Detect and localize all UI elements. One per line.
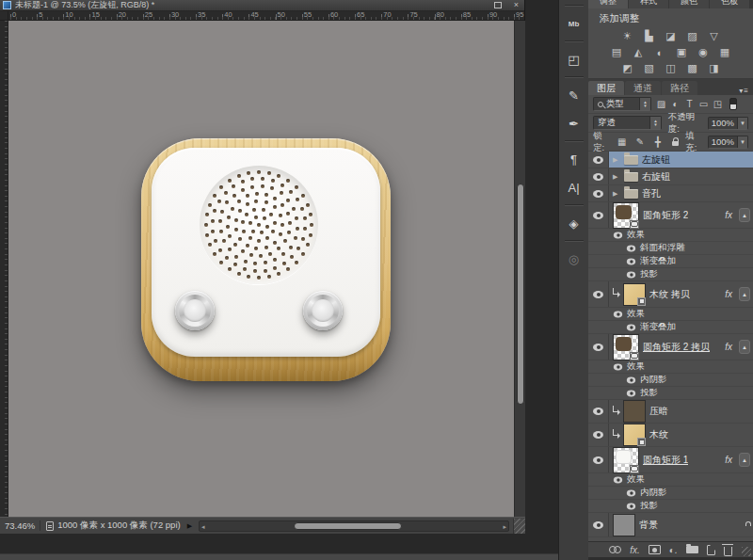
scroll-right-arrow[interactable]: ▸ [503, 522, 506, 531]
eye-icon[interactable] [593, 173, 603, 181]
fx-label[interactable]: fx [725, 455, 732, 465]
layer-thumbnail[interactable] [623, 400, 646, 423]
lock-pixels-icon[interactable]: ✎ [633, 136, 647, 149]
eye-icon[interactable] [593, 344, 603, 351]
vertical-scrollbar-thumb[interactable] [517, 184, 524, 405]
character-panel-icon[interactable]: A| [562, 175, 586, 200]
eye-icon[interactable] [593, 190, 603, 198]
fx-label[interactable]: fx [725, 289, 732, 299]
expand-arrow-icon[interactable]: ▶ [613, 173, 620, 181]
eye-icon[interactable] [593, 521, 603, 529]
horizontal-scrollbar-thumb[interactable] [294, 522, 402, 530]
expand-arrow-icon[interactable]: ▶ [613, 190, 620, 198]
filter-shape-icon[interactable]: ▭ [697, 98, 711, 111]
posterize-icon[interactable]: ▧ [641, 61, 657, 75]
close-button[interactable]: × [511, 1, 521, 9]
lock-position-icon[interactable]: ╋ [650, 136, 665, 149]
visibility-cell[interactable] [588, 424, 609, 446]
eye-icon[interactable] [593, 156, 603, 164]
effect-row[interactable]: 投影 [588, 268, 753, 281]
brush-presets-icon[interactable]: ✎ [562, 83, 586, 107]
eye-icon[interactable] [593, 431, 603, 439]
collapse-effects-icon[interactable]: ▲ [739, 287, 750, 301]
vertical-scrollbar[interactable] [514, 21, 525, 517]
layer-row[interactable]: ▶音孔 [588, 185, 753, 202]
visibility-cell[interactable] [588, 400, 609, 423]
layer-row[interactable]: 圆角矩形 1fx▲ [588, 447, 753, 473]
layer-row[interactable]: 圆角矩形 2 拷贝fx▲ [588, 334, 753, 360]
layer-row-main[interactable]: ▶左旋钮 [609, 152, 753, 168]
tab-4[interactable]: 色板 [710, 0, 749, 8]
effect-row[interactable]: 渐变叠加 [588, 255, 753, 268]
color-balance-icon[interactable]: ◭ [631, 45, 647, 59]
status-popup-arrow[interactable]: ▶ [187, 522, 192, 530]
black-white-icon[interactable]: ◐ [652, 45, 668, 59]
filter-adjustment-icon[interactable]: ◐ [668, 98, 682, 111]
effect-row[interactable]: 斜面和浮雕 [588, 242, 753, 255]
layer-row-main[interactable]: 背景 [609, 513, 753, 536]
canvas[interactable] [8, 21, 514, 517]
lock-transparency-icon[interactable]: ▦ [615, 136, 629, 149]
eye-icon[interactable] [627, 390, 635, 396]
zoom-level[interactable]: 73.46% [0, 520, 40, 531]
eye-icon[interactable] [593, 456, 603, 464]
layer-row-main[interactable]: ▶音孔 [609, 185, 753, 201]
effects-header-row[interactable]: 效果 [588, 308, 753, 321]
eye-icon[interactable] [614, 311, 622, 317]
expand-arrow-icon[interactable]: ▶ [613, 156, 620, 164]
3d-panel-icon[interactable]: ◈ [562, 211, 586, 235]
eye-icon[interactable] [627, 271, 635, 278]
levels-icon[interactable]: ▙ [641, 29, 657, 43]
layer-thumbnail[interactable] [613, 334, 639, 360]
curves-icon[interactable]: ◪ [663, 29, 679, 43]
tab-channels[interactable]: 通道 [625, 81, 661, 95]
eye-icon[interactable] [614, 232, 622, 238]
visibility-cell[interactable] [588, 152, 609, 168]
selective-color-icon[interactable]: ▩ [684, 61, 700, 75]
fill-dropdown[interactable]: 100% ▼ [708, 136, 748, 149]
layer-row[interactable]: 圆角矩形 2fx▲ [588, 202, 753, 229]
layer-style-icon[interactable]: fx. [630, 545, 640, 555]
threshold-icon[interactable]: ◫ [663, 61, 679, 75]
layer-row[interactable]: 木纹 拷贝fx▲ [588, 281, 753, 308]
channel-mixer-icon[interactable]: ◉ [696, 45, 712, 59]
delete-layer-icon[interactable] [724, 544, 732, 556]
hue-saturation-icon[interactable]: ▤ [609, 45, 625, 59]
visibility-cell[interactable] [588, 168, 609, 184]
layer-row-main[interactable]: 圆角矩形 2 拷贝fx▲ [609, 334, 753, 360]
new-layer-icon[interactable] [707, 545, 715, 555]
layer-row-main[interactable]: 圆角矩形 1fx▲ [609, 447, 753, 472]
horizontal-scrollbar[interactable]: ◂ ▸ [199, 520, 509, 532]
exposure-icon[interactable]: ▨ [684, 29, 700, 43]
tab-3[interactable]: 颜色 [669, 0, 709, 8]
filter-pixel-icon[interactable]: ▨ [654, 98, 668, 111]
collapse-effects-icon[interactable]: ▲ [739, 340, 750, 354]
effect-row[interactable]: 投影 [588, 500, 753, 513]
eye-icon[interactable] [614, 363, 622, 370]
brightness-contrast-icon[interactable]: ☀ [619, 29, 635, 43]
visibility-cell[interactable] [588, 202, 609, 228]
tab-layers[interactable]: 图层 [588, 81, 624, 95]
review-panel-icon[interactable]: ◎ [562, 247, 586, 271]
collapse-effects-icon[interactable]: ▲ [739, 208, 750, 222]
mini-bridge-icon[interactable]: Mb [562, 11, 586, 36]
layer-thumbnail[interactable] [623, 424, 646, 446]
visibility-cell[interactable] [588, 513, 609, 536]
effect-row[interactable]: 投影 [588, 387, 753, 400]
panel-menu-icon[interactable]: ▾≡ [739, 87, 753, 95]
layer-row[interactable]: 背景 [588, 513, 753, 537]
tab-1[interactable]: 调整 [588, 0, 628, 8]
eye-icon[interactable] [627, 245, 635, 251]
tool-presets-icon[interactable]: ✒ [562, 111, 586, 136]
tab-paths[interactable]: 路径 [662, 81, 697, 95]
eye-icon[interactable] [593, 291, 603, 298]
effects-header-row[interactable]: 效果 [588, 473, 753, 487]
blend-mode-dropdown[interactable]: 穿透 ▲▼ [593, 116, 662, 130]
adjustment-layer-icon[interactable]: ◐. [669, 545, 678, 555]
layer-thumbnail[interactable] [613, 447, 639, 473]
scroll-left-arrow[interactable]: ◂ [201, 522, 205, 531]
eye-icon[interactable] [593, 212, 603, 219]
tab-2[interactable]: 样式 [629, 0, 668, 8]
filter-type-icon[interactable]: T [682, 98, 697, 111]
eye-icon[interactable] [627, 503, 635, 509]
